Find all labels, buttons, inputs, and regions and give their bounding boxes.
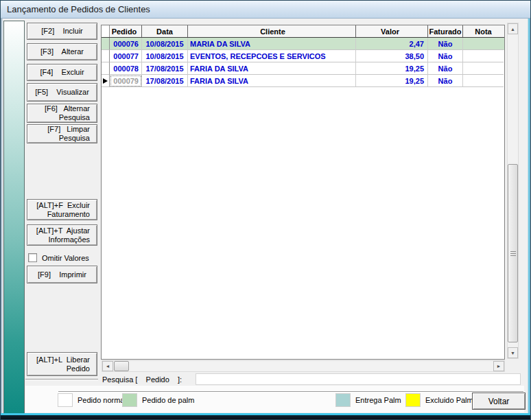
cell-data[interactable]: 17/08/2015 [142, 62, 188, 75]
table-row[interactable]: 00007610/08/2015MARIA DA SILVA2,47Não [102, 38, 504, 50]
window-border-right [528, 19, 530, 413]
limpar-pesquisa-button[interactable]: [F7] Limpar Pesquisa [27, 124, 97, 143]
header-indicator [102, 25, 110, 37]
cell-faturado[interactable]: Não [428, 38, 463, 50]
cell-cliente[interactable]: FARIA DA SILVA [188, 75, 356, 87]
cell-nota[interactable] [463, 75, 504, 87]
row-indicator [102, 38, 110, 50]
window-title: Lançamento de Pedidos de Clientes [7, 4, 150, 14]
scroll-left-icon[interactable]: ◄ [102, 361, 113, 371]
legend-item-pedido-de-palm: Pedido de palm [122, 393, 194, 407]
legend-label: Pedido normal [78, 396, 126, 404]
cell-faturado[interactable]: Não [428, 62, 463, 75]
legend-swatch-pedido-normal [58, 393, 73, 407]
legend-item-excluido-palm: Excluido Palm [405, 393, 473, 407]
incluir-button[interactable]: [F2] Incluir [27, 23, 97, 40]
ajustar-informacoes-button[interactable]: [ALT]+T Ajustar Informações [27, 224, 97, 246]
legend-footer: Pedido normal Pedido de palm Entrega Pal… [25, 386, 524, 412]
cell-data[interactable]: 17/08/2015 [142, 75, 188, 87]
row-indicator [102, 50, 110, 62]
table-row[interactable]: 00007710/08/2015EVENTOS, RECEPCOES E SER… [102, 50, 504, 62]
legend-swatch-pedido-de-palm [122, 393, 137, 407]
footer-divider [58, 391, 523, 393]
search-input[interactable] [196, 373, 521, 385]
scroll-grip-icon [510, 253, 516, 254]
cell-pedido[interactable]: 000076 [110, 38, 142, 50]
cell-cliente[interactable]: FARIA DA SILVA [188, 62, 356, 75]
cell-cliente[interactable]: EVENTOS, RECEPCOES E SERVICOS [188, 50, 356, 62]
cell-data[interactable]: 10/08/2015 [142, 38, 188, 50]
cell-nota[interactable] [463, 62, 504, 75]
table-row[interactable]: 00007917/08/2015FARIA DA SILVA19,25Não [102, 75, 504, 87]
legend-item-pedido-normal: Pedido normal [58, 393, 126, 407]
imprimir-button[interactable]: [F9] Imprimir [27, 266, 97, 283]
scroll-down-icon[interactable]: ▼ [508, 347, 518, 358]
omitir-valores-row: Omitir Valores [28, 253, 89, 262]
legend-label: Pedido de palm [142, 396, 194, 404]
legend-swatch-excluido-palm [405, 393, 421, 407]
header-data[interactable]: Data [142, 25, 188, 37]
search-label: Pesquisa [ Pedido ]: [102, 375, 182, 384]
cell-data[interactable]: 10/08/2015 [142, 50, 188, 62]
alterar-button[interactable]: [F3] Alterar [27, 43, 97, 60]
legend-item-entrega-palm: Entrega Palm [335, 393, 401, 407]
header-nota[interactable]: Nota [463, 25, 504, 37]
cell-cliente[interactable]: MARIA DA SILVA [188, 38, 356, 50]
scroll-right-icon[interactable]: ► [493, 361, 504, 371]
sidebar-bottom-bevel [25, 379, 98, 380]
cell-pedido[interactable]: 000078 [110, 62, 142, 75]
legend-label: Entrega Palm [355, 396, 401, 404]
cell-valor[interactable]: 38,50 [356, 50, 428, 62]
header-faturado[interactable]: Faturado [428, 25, 463, 37]
grid-header: Pedido Data Cliente Valor Faturado Nota [102, 25, 504, 38]
cell-valor[interactable]: 2,47 [356, 38, 428, 50]
row-indicator [102, 62, 110, 75]
omitir-valores-checkbox[interactable] [28, 253, 37, 262]
header-cliente[interactable]: Cliente [188, 25, 356, 37]
sidebar-gradient-strip [3, 21, 25, 415]
legend-swatch-entrega-palm [335, 393, 351, 407]
cell-pedido[interactable]: 000077 [110, 50, 142, 62]
cell-faturado[interactable]: Não [428, 75, 463, 87]
vertical-scrollbar[interactable]: ▲ ▼ [507, 23, 519, 359]
header-valor[interactable]: Valor [356, 25, 428, 37]
window-border-left [1, 19, 3, 413]
window-border-bottom [1, 413, 530, 419]
title-bar[interactable]: Lançamento de Pedidos de Clientes [1, 1, 530, 19]
table-row[interactable]: 00007817/08/2015FARIA DA SILVA19,25Não [102, 62, 504, 75]
header-pedido[interactable]: Pedido [110, 25, 142, 37]
cell-valor[interactable]: 19,25 [356, 62, 428, 75]
alternar-pesquisa-button[interactable]: [F6] Alternar Pesquisa [27, 104, 97, 123]
app-window: Lançamento de Pedidos de Clientes [F2] I… [0, 0, 531, 420]
cell-pedido[interactable]: 000079 [110, 75, 142, 87]
excluir-button[interactable]: [F4] Excluir [27, 64, 97, 81]
cell-faturado[interactable]: Não [428, 50, 463, 62]
row-indicator-selected [102, 75, 110, 87]
visualizar-button[interactable]: [F5] Visualizar [27, 83, 97, 102]
orders-grid: Pedido Data Cliente Valor Faturado Nota … [101, 25, 505, 360]
cell-nota[interactable] [463, 50, 504, 62]
horizontal-scroll-thumb[interactable] [114, 361, 129, 371]
horizontal-scrollbar[interactable]: ◄ ► [102, 360, 505, 372]
omitir-valores-label: Omitir Valores [42, 254, 89, 262]
liberar-pedido-button[interactable]: [ALT]+L Liberar Pedido [27, 352, 97, 376]
vertical-scroll-thumb[interactable] [508, 164, 518, 342]
voltar-button[interactable]: Voltar [472, 393, 526, 410]
legend-label: Excluido Palm [425, 396, 473, 404]
excluir-faturamento-button[interactable]: [ALT]+F Excluir Faturamento [27, 199, 97, 220]
grid-body: 00007610/08/2015MARIA DA SILVA2,47Não000… [102, 38, 504, 87]
scroll-up-icon[interactable]: ▲ [508, 23, 518, 34]
row-selector-arrow-icon [103, 78, 108, 84]
cell-nota[interactable] [463, 38, 504, 50]
cell-valor[interactable]: 19,25 [356, 75, 428, 87]
